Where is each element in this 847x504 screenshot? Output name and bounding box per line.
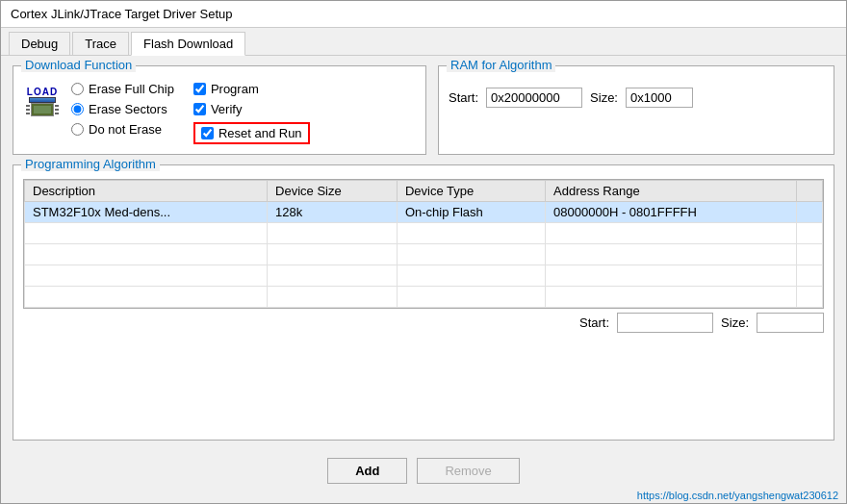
col-extra bbox=[797, 181, 823, 202]
radio-erase-full[interactable]: Erase Full Chip bbox=[71, 82, 174, 96]
ram-start-label: Start: bbox=[449, 90, 478, 105]
df-inner: LOAD bbox=[23, 80, 416, 144]
checkbox-reset-run[interactable]: Reset and Run bbox=[201, 126, 302, 140]
top-row: Download Function LOAD bbox=[13, 65, 834, 155]
tab-flash-download[interactable]: Flash Download bbox=[131, 32, 245, 56]
ram-size-input[interactable] bbox=[626, 88, 693, 108]
radio-do-not-erase-input[interactable] bbox=[71, 123, 84, 136]
col-device-type: Device Type bbox=[397, 181, 545, 202]
programming-algorithm-label: Programming Algorithm bbox=[21, 157, 160, 171]
reset-run-box: Reset and Run bbox=[193, 122, 310, 144]
checkbox-verify-input[interactable] bbox=[193, 103, 206, 115]
tab-bar: Debug Trace Flash Download bbox=[1, 28, 846, 56]
load-text: LOAD bbox=[27, 87, 58, 97]
col-description: Description bbox=[25, 181, 268, 202]
table-empty-row-1 bbox=[25, 223, 823, 244]
radio-erase-full-input[interactable] bbox=[71, 83, 84, 95]
table-row[interactable]: STM32F10x Med-dens... 128k On-chip Flash… bbox=[25, 202, 823, 223]
table-header-row: Description Device Size Device Type Addr… bbox=[25, 181, 823, 202]
erase-radio-group: Erase Full Chip Erase Sectors Do not Era… bbox=[71, 82, 174, 144]
prog-start-input[interactable] bbox=[617, 313, 713, 333]
ram-algorithm-group: RAM for Algorithm Start: Size: bbox=[438, 65, 834, 155]
download-function-label: Download Function bbox=[21, 58, 136, 72]
ram-start-input[interactable] bbox=[486, 88, 582, 108]
radio-erase-sectors-input[interactable] bbox=[71, 103, 84, 115]
checkbox-program-input[interactable] bbox=[193, 83, 206, 95]
ram-algorithm-label: RAM for Algorithm bbox=[447, 58, 555, 72]
cell-device-size: 128k bbox=[268, 202, 398, 223]
algorithm-table-wrapper: Description Device Size Device Type Addr… bbox=[23, 179, 824, 309]
radio-do-not-erase[interactable]: Do not Erase bbox=[71, 122, 174, 137]
title-bar: Cortex JLink/JTrace Target Driver Setup bbox=[1, 1, 846, 28]
table-empty-row-4 bbox=[25, 287, 823, 308]
ram-size-label: Size: bbox=[590, 90, 618, 105]
tab-content: Download Function LOAD bbox=[1, 56, 846, 450]
window-title: Cortex JLink/JTrace Target Driver Setup bbox=[11, 7, 232, 21]
add-button[interactable]: Add bbox=[327, 458, 407, 484]
radio-erase-sectors[interactable]: Erase Sectors bbox=[71, 102, 174, 116]
algorithm-table: Description Device Size Device Type Addr… bbox=[24, 180, 823, 308]
watermark: https://blog.csdn.net/yangshengwat230612 bbox=[1, 490, 846, 503]
checkbox-verify[interactable]: Verify bbox=[193, 102, 310, 116]
remove-button[interactable]: Remove bbox=[417, 458, 519, 484]
cell-device-type: On-chip Flash bbox=[397, 202, 545, 223]
checkbox-program[interactable]: Program bbox=[193, 82, 310, 96]
prog-size-label: Size: bbox=[721, 315, 749, 330]
main-window: Cortex JLink/JTrace Target Driver Setup … bbox=[0, 0, 847, 504]
cell-extra bbox=[797, 202, 823, 223]
cell-address-range: 08000000H - 0801FFFFH bbox=[546, 202, 797, 223]
col-address-range: Address Range bbox=[546, 181, 797, 202]
cell-description: STM32F10x Med-dens... bbox=[25, 202, 268, 223]
prog-start-label: Start: bbox=[579, 315, 609, 330]
checkbox-group: Program Verify Reset and Run bbox=[193, 82, 310, 144]
tab-debug[interactable]: Debug bbox=[9, 32, 70, 55]
load-icon: LOAD bbox=[23, 82, 62, 120]
table-empty-row-3 bbox=[25, 265, 823, 287]
ram-inner: Start: Size: bbox=[449, 88, 824, 108]
tab-trace[interactable]: Trace bbox=[72, 32, 129, 55]
button-row: Add Remove bbox=[1, 450, 846, 490]
programming-algorithm-group: Programming Algorithm Description Device… bbox=[13, 164, 834, 441]
table-empty-row-2 bbox=[25, 244, 823, 265]
checkbox-reset-run-input[interactable] bbox=[201, 127, 214, 139]
col-device-size: Device Size bbox=[268, 181, 398, 202]
download-function-group: Download Function LOAD bbox=[13, 65, 426, 155]
prog-bottom: Start: Size: bbox=[23, 313, 824, 333]
prog-size-input[interactable] bbox=[757, 313, 824, 333]
